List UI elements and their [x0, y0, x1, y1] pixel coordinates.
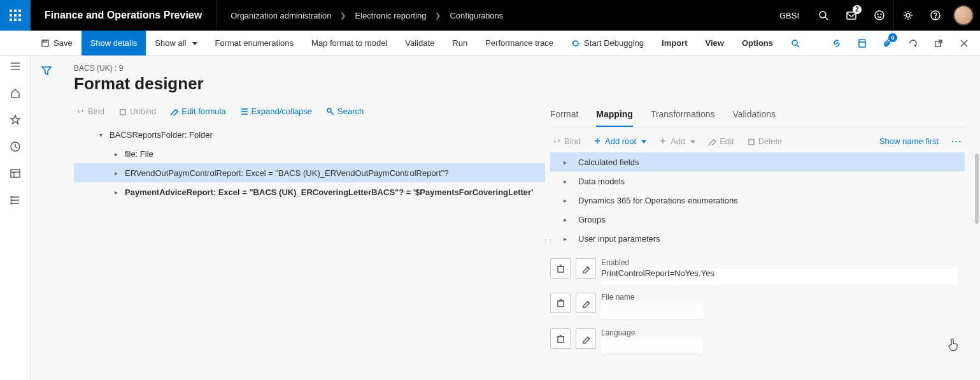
home-button[interactable] — [9, 87, 22, 99]
search-label: Search — [337, 106, 364, 116]
edit-formula-button[interactable]: Edit formula — [167, 105, 228, 117]
settings-button[interactable] — [893, 0, 921, 31]
run-button[interactable]: Run — [443, 31, 476, 55]
recent-button[interactable] — [9, 140, 22, 153]
start-debug-label: Start Debugging — [584, 38, 644, 48]
delete-button[interactable]: Delete — [744, 135, 785, 147]
show-details-button[interactable]: Show details — [82, 31, 146, 55]
unbind-button[interactable]: Unbind — [116, 105, 159, 117]
datasource-row[interactable]: ▸Data models — [550, 172, 965, 191]
save-label: Save — [53, 38, 73, 48]
trash-icon — [747, 137, 755, 145]
show-details-label: Show details — [90, 38, 138, 48]
hamburger-button[interactable] — [9, 60, 22, 73]
link-icon — [76, 107, 85, 115]
add-root-button[interactable]: Add root — [591, 135, 649, 147]
datasource-row[interactable]: ▸Groups — [550, 210, 965, 229]
expand-collapse-button[interactable]: Expand/collapse — [238, 105, 315, 117]
filter-icon[interactable] — [41, 65, 52, 77]
attachments-button[interactable]: 0 — [877, 31, 898, 56]
more-actions-button[interactable]: ··· — [949, 136, 965, 146]
mapping-bind-button[interactable]: Bind — [550, 135, 583, 147]
search-tree-button[interactable]: Search — [323, 105, 366, 117]
commandbar-search-button[interactable] — [782, 31, 809, 55]
property-edit-button[interactable] — [576, 293, 596, 313]
tree-toggle-icon[interactable]: ▸ — [560, 216, 569, 223]
property-value[interactable] — [601, 303, 703, 319]
app-launcher-button[interactable] — [0, 0, 31, 31]
tree-toggle-icon[interactable]: ▸ — [560, 159, 569, 166]
tree-toggle-icon[interactable]: ▸ — [560, 235, 569, 242]
close-button[interactable] — [953, 31, 975, 56]
search-button[interactable] — [809, 0, 837, 31]
office-button[interactable] — [851, 31, 873, 56]
validate-button[interactable]: Validate — [396, 31, 443, 55]
modules-button[interactable] — [9, 194, 22, 207]
import-button[interactable]: Import — [653, 31, 696, 55]
property-edit-button[interactable] — [576, 328, 596, 349]
map-format-button[interactable]: Map format to model — [302, 31, 396, 55]
search-icon — [818, 10, 829, 21]
save-button[interactable]: Save — [32, 31, 82, 55]
show-all-button[interactable]: Show all — [146, 31, 206, 55]
tree-row[interactable]: ▸file: File — [74, 144, 545, 163]
tree-toggle-icon[interactable]: ▾ — [96, 131, 106, 138]
gear-icon — [902, 10, 914, 21]
performance-trace-button[interactable]: Performance trace — [476, 31, 562, 55]
page-title: Format designer — [74, 74, 980, 94]
property-body: Language — [601, 328, 960, 355]
scrollbar-thumb[interactable] — [975, 154, 979, 224]
refresh-button[interactable] — [902, 31, 924, 56]
svg-point-3 — [875, 11, 884, 20]
view-label: View — [706, 38, 724, 48]
pencil-icon — [581, 298, 591, 308]
notification-badge: 2 — [853, 5, 862, 14]
datasource-row[interactable]: ▸Dynamics 365 for Operations enumeration… — [550, 191, 965, 210]
tree-row[interactable]: ▸PaymentAdviceReport: Excel = "BACS (UK)… — [74, 182, 545, 201]
breadcrumb-item[interactable]: Configurations — [450, 11, 503, 20]
tree-toggle-icon[interactable]: ▸ — [560, 178, 569, 185]
feedback-button[interactable] — [865, 0, 893, 31]
tree-toggle-icon[interactable]: ▸ — [111, 189, 121, 196]
property-delete-button[interactable] — [550, 258, 571, 279]
bind-button[interactable]: Bind — [74, 105, 107, 117]
options-button[interactable]: Options — [733, 31, 782, 55]
format-enumerations-button[interactable]: Format enumerations — [206, 31, 303, 55]
tab-validations[interactable]: Validations — [733, 105, 776, 127]
link-button[interactable] — [826, 31, 848, 56]
svg-rect-27 — [11, 170, 20, 177]
edit-button[interactable]: Edit — [706, 135, 736, 147]
show-name-first-label: Show name first — [879, 136, 939, 146]
help-button[interactable] — [921, 0, 949, 31]
tree-toggle-icon[interactable]: ▸ — [111, 150, 121, 157]
tab-mapping[interactable]: Mapping — [596, 105, 633, 127]
company-label[interactable]: GBSI — [769, 11, 809, 20]
show-name-first-button[interactable]: Show name first — [877, 135, 941, 147]
tree-row[interactable]: ▾BACSReportsFolder: Folder — [74, 125, 545, 144]
notifications-button[interactable]: 2 — [837, 0, 865, 31]
tab-transformations[interactable]: Transformations — [651, 105, 715, 127]
start-debugging-button[interactable]: Start Debugging — [562, 31, 653, 55]
property-list: EnabledPrintControlReport=NoYes.YesFile … — [550, 258, 965, 364]
popout-icon — [934, 38, 944, 48]
property-value[interactable] — [601, 339, 703, 355]
datasource-row[interactable]: ▸Calculated fields — [550, 152, 965, 172]
tab-format[interactable]: Format — [550, 105, 578, 127]
tree-toggle-icon[interactable]: ▸ — [560, 197, 569, 204]
favorites-button[interactable] — [9, 113, 22, 126]
breadcrumb-item[interactable]: Electronic reporting — [355, 11, 426, 20]
property-delete-button[interactable] — [550, 328, 571, 349]
view-button[interactable]: View — [697, 31, 733, 55]
tree-toggle-icon[interactable]: ▸ — [111, 170, 121, 177]
datasource-row[interactable]: ▸User input parameters — [550, 229, 965, 248]
add-button[interactable]: Add — [657, 135, 698, 147]
workspaces-button[interactable] — [9, 167, 22, 180]
breadcrumb-item[interactable]: Organization administration — [231, 11, 331, 20]
property-delete-button[interactable] — [550, 293, 571, 313]
splitter-handle[interactable]: ⋮⋮ — [545, 103, 550, 380]
tree-row[interactable]: ▸ERVendOutPaymControlReport: Excel = "BA… — [74, 163, 545, 182]
property-edit-button[interactable] — [576, 258, 596, 279]
debug-icon — [571, 39, 580, 48]
popout-button[interactable] — [928, 31, 949, 56]
user-avatar[interactable] — [953, 5, 974, 26]
